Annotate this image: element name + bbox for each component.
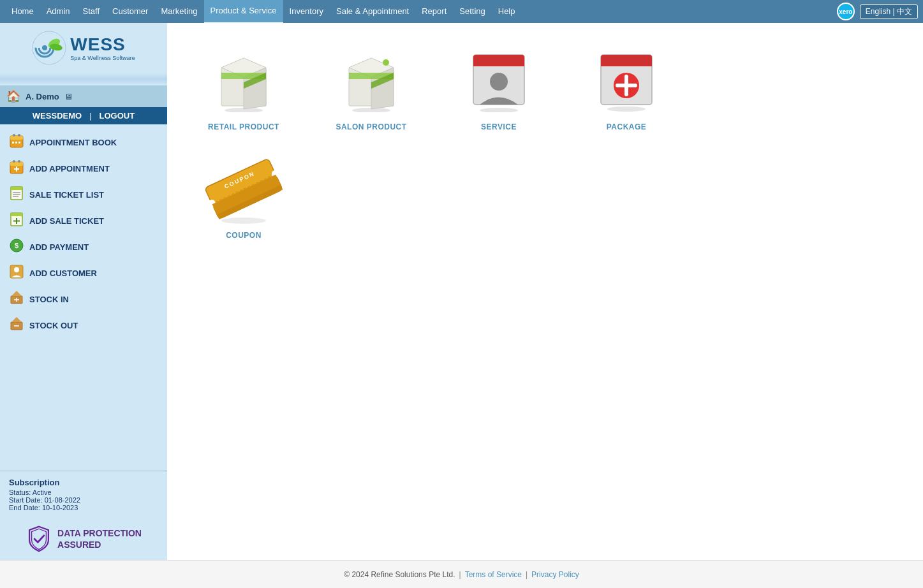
sidebar-item-label: ADD SALE TICKET — [29, 216, 104, 226]
sidebar-item-label: APPOINTMENT BOOK — [29, 138, 117, 147]
svg-point-15 — [13, 160, 15, 163]
calendar-icon — [9, 134, 24, 151]
dpa-line1: DATA PROTECTION — [57, 527, 142, 539]
sidebar-item-sale-ticket-list[interactable]: SALE TICKET LIST — [0, 182, 167, 208]
privacy-policy-link[interactable]: Privacy Policy — [531, 570, 579, 579]
svg-rect-14 — [10, 162, 23, 166]
svg-point-57 — [480, 108, 518, 112]
user-role-icon: 🖥 — [64, 92, 73, 101]
svg-rect-12 — [18, 142, 20, 143]
nav-staff[interactable]: Staff — [77, 0, 107, 23]
nav-inventory[interactable]: Inventory — [283, 0, 330, 23]
sidebar-item-add-payment[interactable]: $ ADD PAYMENT — [0, 234, 167, 260]
nav-report[interactable]: Report — [415, 0, 453, 23]
svg-point-3 — [42, 45, 47, 50]
footer: © 2024 Refine Solutions Pte Ltd. | Terms… — [0, 560, 923, 588]
sidebar-item-add-customer[interactable]: ADD CUSTOMER — [0, 260, 167, 286]
svg-point-72 — [221, 217, 266, 224]
logo-sub-text: Spa & Wellness Software — [70, 55, 135, 61]
sidebar-item-stock-out[interactable]: STOCK OUT — [0, 312, 167, 339]
product-item-package[interactable]: PACKAGE — [575, 42, 677, 131]
top-navigation: Home Admin Staff Customer Marketing Prod… — [0, 0, 923, 23]
sidebar-item-add-sale-ticket[interactable]: ADD SALE TICKET — [0, 208, 167, 234]
nav-customer[interactable]: Customer — [106, 0, 154, 23]
svg-point-31 — [14, 267, 19, 272]
svg-point-9 — [18, 134, 20, 136]
sidebar-item-label: ADD CUSTOMER — [29, 268, 97, 278]
product-item-service[interactable]: SERVICE — [448, 42, 550, 131]
subscription-start-date: Start Date: 01-08-2022 — [9, 496, 158, 504]
sidebar-item-label: SALE TICKET LIST — [29, 190, 104, 200]
product-item-coupon[interactable]: COUPON COUPON — [193, 151, 295, 240]
sidebar-item-add-appointment[interactable]: ADD APPOINTMENT — [0, 156, 167, 182]
calendar-add-icon — [9, 160, 24, 177]
svg-rect-25 — [11, 213, 22, 216]
nav-marketing[interactable]: Marketing — [154, 0, 203, 23]
svg-rect-55 — [473, 64, 524, 66]
svg-rect-7 — [10, 136, 23, 140]
sidebar-item-stock-in[interactable]: STOCK IN — [0, 286, 167, 312]
subscription-info: Subscription Status: Active Start Date: … — [0, 471, 167, 518]
svg-point-8 — [13, 134, 15, 136]
sidebar-item-label: ADD PAYMENT — [29, 242, 89, 252]
svg-point-45 — [225, 108, 263, 112]
subscription-status: Status: Active — [9, 489, 158, 496]
stock-out-icon — [9, 317, 24, 334]
dpa-badge: DATA PROTECTION ASSURED — [0, 518, 167, 560]
nav-sale-appointment[interactable]: Sale & Appointment — [330, 0, 415, 23]
sidebar-item-label: STOCK OUT — [29, 321, 78, 330]
product-grid: RETAIL PRODUCT SALON PRODU — [193, 42, 897, 240]
sidebar-user-bar: 🏠 A. Demo 🖥 — [0, 85, 167, 107]
subscription-title: Subscription — [9, 478, 158, 487]
stock-in-icon — [9, 291, 24, 308]
sidebar-logo: WESS Spa & Wellness Software — [0, 23, 167, 73]
wessdemo-link[interactable]: WESSDEMO — [25, 111, 89, 121]
svg-rect-20 — [11, 187, 22, 190]
nav-product-service[interactable]: Product & Service — [204, 0, 283, 24]
dpa-line2: ASSURED — [57, 539, 142, 550]
svg-marker-33 — [11, 291, 22, 296]
house-icon: 🏠 — [6, 89, 20, 103]
svg-point-52 — [352, 108, 390, 112]
service-label: SERVICE — [481, 122, 517, 131]
language-switcher[interactable]: English | 中文 — [860, 4, 918, 19]
terms-of-service-link[interactable]: Terms of Service — [465, 570, 522, 579]
nav-setting[interactable]: Setting — [453, 0, 491, 23]
nav-help[interactable]: Help — [492, 0, 522, 23]
add-customer-icon — [9, 265, 24, 282]
xero-badge[interactable]: xero — [837, 3, 855, 20]
svg-text:$: $ — [15, 242, 18, 249]
svg-point-56 — [490, 73, 508, 91]
wess-logo-icon — [32, 31, 66, 65]
sidebar: WESS Spa & Wellness Software 🏠 A. Demo 🖥… — [0, 23, 167, 560]
footer-sep1: | — [459, 570, 461, 579]
svg-rect-60 — [601, 64, 652, 66]
nav-home[interactable]: Home — [5, 0, 40, 23]
product-item-retail[interactable]: RETAIL PRODUCT — [193, 42, 295, 131]
ticket-list-icon — [9, 186, 24, 203]
sidebar-item-label: STOCK IN — [29, 295, 69, 304]
footer-sep2: | — [526, 570, 528, 579]
subscription-end-date: End Date: 10-10-2023 — [9, 504, 158, 511]
logout-link[interactable]: LOGOUT — [92, 111, 143, 121]
sidebar-item-label: ADD APPOINTMENT — [29, 164, 110, 173]
svg-point-51 — [383, 59, 389, 66]
main-layout: WESS Spa & Wellness Software 🏠 A. Demo 🖥… — [0, 23, 923, 560]
sidebar-menu: APPOINTMENT BOOK ADD APPOINTMENT SALE TI… — [0, 124, 167, 471]
coupon-label: COUPON — [226, 231, 262, 240]
package-label: PACKAGE — [607, 122, 647, 131]
retail-product-icon — [202, 42, 285, 119]
nav-right: xero English | 中文 — [837, 3, 918, 20]
svg-point-16 — [18, 160, 20, 163]
main-content: RETAIL PRODUCT SALON PRODU — [167, 23, 923, 560]
coupon-icon: COUPON — [202, 151, 285, 227]
payment-icon: $ — [9, 239, 24, 256]
product-item-salon[interactable]: SALON PRODUCT — [320, 42, 422, 131]
svg-marker-37 — [11, 317, 22, 322]
salon-product-icon — [330, 42, 413, 119]
sidebar-actions-bar: WESSDEMO | LOGOUT — [0, 107, 167, 124]
sidebar-item-appointment-book[interactable]: APPOINTMENT BOOK — [0, 129, 167, 156]
nav-admin[interactable]: Admin — [40, 0, 77, 23]
svg-point-64 — [607, 107, 646, 112]
sidebar-user-name: A. Demo — [26, 92, 59, 101]
